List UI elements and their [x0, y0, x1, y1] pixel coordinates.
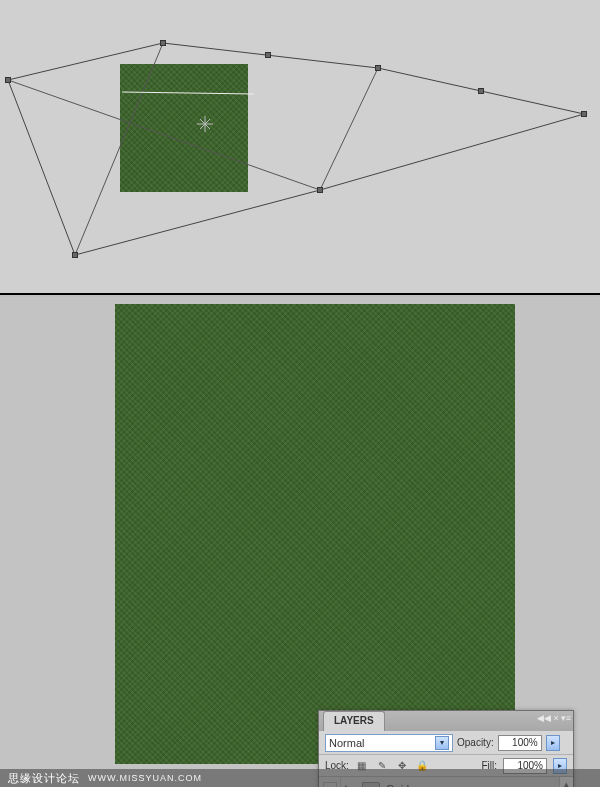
- transform-handle[interactable]: [72, 252, 78, 258]
- transform-handle[interactable]: [478, 88, 484, 94]
- transform-canvas: [0, 0, 600, 295]
- transform-handle[interactable]: [160, 40, 166, 46]
- panel-tabbar: LAYERS ◀◀ × ▾≡: [319, 711, 573, 731]
- blend-mode-value: Normal: [329, 737, 364, 749]
- opacity-flyout-icon[interactable]: ▸: [546, 735, 560, 751]
- transform-handle[interactable]: [265, 52, 271, 58]
- blend-opacity-row: Normal ▾ Opacity: 100% ▸: [319, 731, 573, 755]
- transform-handle[interactable]: [581, 111, 587, 117]
- opacity-input[interactable]: 100%: [498, 735, 542, 751]
- watermark-bar: 思缘设计论坛 WWW.MISSYUAN.COM: [0, 769, 600, 787]
- panel-close-icon[interactable]: ×: [553, 713, 558, 723]
- transform-handle[interactable]: [375, 65, 381, 71]
- tab-layers[interactable]: LAYERS: [323, 711, 385, 731]
- panel-collapse-icon[interactable]: ◀◀: [537, 713, 551, 723]
- watermark-url: WWW.MISSYUAN.COM: [88, 773, 202, 783]
- chevron-down-icon: ▾: [435, 736, 449, 750]
- opacity-label: Opacity:: [457, 737, 494, 748]
- watermark-site: 思缘设计论坛: [8, 771, 80, 786]
- transform-wireframe: [0, 0, 600, 295]
- result-canvas: LAYERS ◀◀ × ▾≡ Normal ▾ Opacity: 100% ▸ …: [0, 297, 600, 787]
- blend-mode-select[interactable]: Normal ▾: [325, 734, 453, 752]
- panel-menu-icon[interactable]: ▾≡: [561, 713, 571, 723]
- fabric-large-preview: [115, 304, 515, 764]
- transform-handle[interactable]: [5, 77, 11, 83]
- transform-handle[interactable]: [317, 187, 323, 193]
